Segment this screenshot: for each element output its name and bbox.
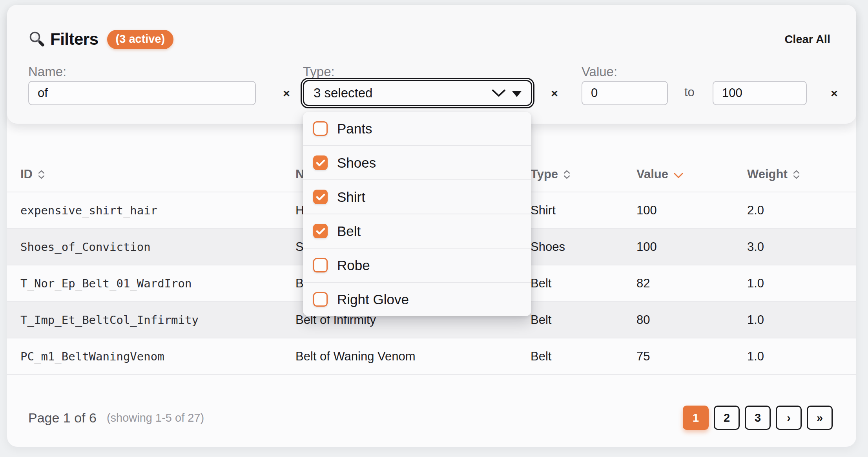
cell-type: Belt <box>531 276 636 291</box>
sort-icon <box>38 170 45 179</box>
column-label: Weight <box>747 167 788 181</box>
cell-id: expensive_shirt_hair <box>20 204 295 217</box>
checkbox-icon[interactable] <box>313 258 328 272</box>
active-filters-badge: (3 active) <box>107 30 174 49</box>
cell-type: Belt <box>531 349 636 364</box>
dropdown-option-right-glove[interactable]: Right Glove <box>303 283 531 316</box>
value-max-input[interactable] <box>713 81 807 105</box>
cell-id: PC_m1_BeltWaningVenom <box>20 350 295 363</box>
cell-value: 75 <box>636 349 747 364</box>
value-to-label: to <box>684 85 695 99</box>
name-filter-clear-button[interactable]: × <box>278 85 295 102</box>
value-filter-clear-button[interactable]: × <box>826 85 843 102</box>
type-filter-selected-summary: 3 selected <box>314 86 492 101</box>
cell-weight: 1.0 <box>747 276 856 291</box>
column-header-value[interactable]: Value <box>636 167 747 181</box>
type-filter-clear-button[interactable]: × <box>546 85 563 102</box>
dropdown-option-label: Shirt <box>337 189 365 205</box>
column-header-weight[interactable]: Weight <box>747 167 856 181</box>
page-button-3[interactable]: 3 <box>745 406 771 430</box>
cell-type: Belt <box>531 313 636 327</box>
cell-value: 100 <box>636 203 747 218</box>
dropdown-option-shirt[interactable]: Shirt <box>303 180 531 214</box>
column-header-type[interactable]: Type <box>531 167 636 181</box>
dropdown-option-shoes[interactable]: Shoes <box>303 146 531 180</box>
page-buttons: 1 2 3 › » <box>683 406 833 430</box>
showing-info: (showing 1-5 of 27) <box>107 411 204 424</box>
cell-type: Shoes <box>531 240 636 254</box>
cell-value: 80 <box>636 313 747 327</box>
column-label: ID <box>20 167 33 181</box>
clear-all-button[interactable]: Clear All <box>784 31 831 48</box>
page-button-1[interactable]: 1 <box>683 406 709 430</box>
cell-value: 82 <box>636 276 747 291</box>
table-row[interactable]: PC_m1_BeltWaningVenom Belt of Waning Ven… <box>7 338 856 375</box>
dropdown-option-label: Robe <box>337 258 370 273</box>
pagination-bar: Page 1 of 6 (showing 1-5 of 27) 1 2 3 › … <box>28 404 833 432</box>
checkbox-icon[interactable] <box>313 121 328 136</box>
cell-type: Shirt <box>531 203 636 218</box>
checkbox-icon[interactable] <box>313 292 328 307</box>
cell-id: T_Nor_Ep_Belt_01_WardIron <box>20 277 295 290</box>
dropdown-option-robe[interactable]: Robe <box>303 249 531 283</box>
column-header-id[interactable]: ID <box>20 167 295 181</box>
dropdown-option-belt[interactable]: Belt <box>303 214 531 249</box>
cell-weight: 3.0 <box>747 240 856 254</box>
column-label: Value <box>636 167 668 181</box>
name-filter-input[interactable] <box>28 81 256 105</box>
value-filter-label: Value: <box>582 64 617 79</box>
dropdown-option-label: Pants <box>337 121 372 137</box>
filters-header: Filters (3 active) Clear All <box>28 27 831 51</box>
last-page-button[interactable]: » <box>807 406 833 430</box>
dropdown-option-label: Belt <box>337 223 361 239</box>
cell-weight: 1.0 <box>747 313 856 327</box>
cell-id: Shoes_of_Conviction <box>20 240 295 254</box>
name-filter-label: Name: <box>28 64 66 79</box>
filters-title: Filters <box>50 30 98 49</box>
cell-name: Belt of Waning Venom <box>295 349 531 364</box>
checkbox-icon[interactable] <box>313 155 328 170</box>
cell-weight: 2.0 <box>747 203 856 218</box>
sort-icon <box>793 170 800 179</box>
cell-weight: 1.0 <box>747 349 856 364</box>
type-filter-select[interactable]: 3 selected <box>303 80 532 106</box>
sort-desc-icon <box>674 167 683 181</box>
cell-value: 100 <box>636 240 747 254</box>
checkbox-icon[interactable] <box>313 190 328 204</box>
dropdown-option-label: Right Glove <box>337 292 409 307</box>
sort-icon <box>563 170 570 179</box>
cell-id: T_Imp_Et_BeltCol_Infirmity <box>20 313 295 327</box>
chevron-down-icon <box>492 89 506 97</box>
column-label: Type <box>531 167 558 181</box>
filters-panel: Filters (3 active) Clear All Name: × Typ… <box>7 5 856 124</box>
search-icon <box>28 31 46 48</box>
type-filter-label: Type: <box>303 64 335 79</box>
dropdown-option-label: Shoes <box>337 155 376 171</box>
app-surface: Filters (3 active) Clear All Name: × Typ… <box>7 5 856 447</box>
checkbox-icon[interactable] <box>313 224 328 238</box>
select-arrow-icon <box>512 91 522 97</box>
page-button-2[interactable]: 2 <box>714 406 740 430</box>
dropdown-option-pants[interactable]: Pants <box>303 112 531 146</box>
value-min-input[interactable] <box>582 81 668 105</box>
page-info: Page 1 of 6 <box>28 410 97 426</box>
type-filter-dropdown: Pants Shoes Shirt Belt Robe <box>303 112 531 316</box>
next-page-button[interactable]: › <box>776 406 802 430</box>
